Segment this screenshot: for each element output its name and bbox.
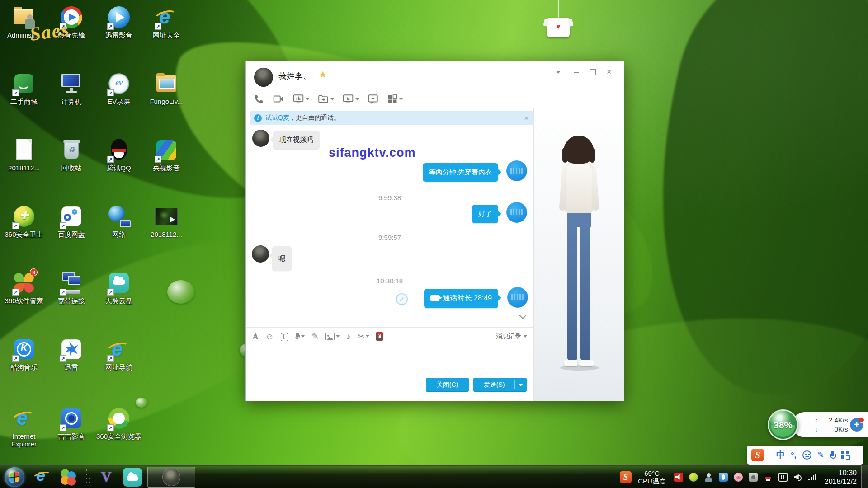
start-button[interactable] xyxy=(5,467,24,487)
font-style-icon[interactable]: A xyxy=(252,332,259,342)
camera-gray-tray-icon[interactable] xyxy=(749,473,758,482)
voice-message-icon[interactable] xyxy=(295,333,305,340)
cpu-temp-indicator[interactable]: 69°C CPU温度 xyxy=(638,469,666,485)
video-call-icon[interactable] xyxy=(273,93,284,105)
user-tray-icon[interactable] xyxy=(704,473,713,482)
self-avatar[interactable] xyxy=(507,287,528,308)
remote-desktop-icon[interactable] xyxy=(342,93,359,105)
handwriting-icon[interactable]: ✎ xyxy=(311,331,319,342)
qmai-link[interactable]: 试试Q麦 xyxy=(265,114,289,122)
desktop-icon-12[interactable]: 360安全卫士 xyxy=(1,204,47,238)
window-titlebar[interactable]: 莪姓李、 ★ xyxy=(246,61,624,89)
desktop-icon-10[interactable]: 腾讯QQ xyxy=(96,137,142,172)
peer-avatar[interactable] xyxy=(254,68,273,87)
desktop-icon-16[interactable]: 8360软件管家 xyxy=(1,270,47,305)
scroll-to-bottom-icon[interactable] xyxy=(519,313,527,319)
voice-call-icon[interactable] xyxy=(253,94,264,105)
network-speed-widget[interactable]: ↑2.4K/s ↓0K/s + xyxy=(792,412,868,437)
delivered-check-icon: ✓ xyxy=(396,293,408,305)
desktop-icon-21[interactable]: e网址导航 xyxy=(96,337,142,371)
desktop-icon-14[interactable]: 网络 xyxy=(96,204,142,238)
desktop-icon-11[interactable]: 央视影音 xyxy=(143,137,189,172)
ime-toolbox-icon[interactable] xyxy=(841,451,849,459)
create-group-icon[interactable] xyxy=(367,93,379,105)
window-options-icon[interactable] xyxy=(552,67,564,77)
message-input[interactable] xyxy=(246,345,533,376)
desktop-icon-15[interactable]: 2018112... xyxy=(143,204,189,238)
red-megaphone-tray-icon[interactable] xyxy=(674,473,683,482)
hanging-shirt-widget[interactable]: ♥ xyxy=(542,0,574,45)
desktop-icon-24[interactable]: 360安全浏览器 xyxy=(96,406,142,440)
star-icon[interactable]: ★ xyxy=(319,70,326,80)
desktop-icon-4[interactable]: 二手商城 xyxy=(1,71,47,105)
maximize-icon[interactable] xyxy=(587,67,599,77)
close-chat-button[interactable]: 关闭(C) xyxy=(426,378,469,392)
emoticon-icon[interactable]: ☺ xyxy=(265,332,274,342)
desktop-icon-17[interactable]: 宽带连接 xyxy=(48,270,94,305)
taskbar-ie-button[interactable]: e xyxy=(30,467,54,488)
desktop-icon-3[interactable]: e网址大全 xyxy=(143,5,189,39)
taskbar-sogou-browser-button[interactable] xyxy=(56,467,80,488)
send-options-icon[interactable] xyxy=(519,384,523,386)
screenshot-scissors-icon[interactable]: ✂ xyxy=(358,331,370,342)
self-avatar[interactable] xyxy=(506,202,527,223)
desktop-icon-5[interactable]: 计算机 xyxy=(48,71,94,105)
blue-app-tray-icon[interactable] xyxy=(719,473,728,482)
desktop-icon-13[interactable]: 百度网盘 xyxy=(48,204,94,238)
folder-media-icon xyxy=(154,71,179,96)
desktop-icon-19[interactable]: 酷狗音乐 xyxy=(1,337,47,371)
desktop-icon-18[interactable]: 天翼云盘 xyxy=(96,270,142,305)
sogou-logo-icon[interactable]: S xyxy=(751,449,764,461)
self-avatar[interactable] xyxy=(506,160,527,181)
screen-share-icon[interactable] xyxy=(292,93,309,105)
desktop-icon-23[interactable]: 吉吉影音 xyxy=(48,406,94,440)
window-shake-icon[interactable] xyxy=(281,333,288,341)
ime-punctuation-icon[interactable]: °, xyxy=(791,450,797,460)
desktop-icon-6[interactable]: evEV录屏 xyxy=(96,71,142,105)
taskbar-vplayer-button[interactable]: V xyxy=(94,467,118,488)
360-shield-tray-icon[interactable] xyxy=(689,473,698,482)
app-box-icon[interactable] xyxy=(387,94,403,104)
qq-show-panel[interactable] xyxy=(533,108,624,401)
desktop-icon-20[interactable]: 迅雷 xyxy=(48,337,94,371)
sogou-tray-icon[interactable]: S xyxy=(620,471,632,483)
ime-chinese-mode[interactable]: 中 xyxy=(776,449,785,461)
message-history-button[interactable]: 消息记录 xyxy=(496,333,527,341)
banner-close-icon[interactable]: ✕ xyxy=(524,115,529,122)
desktop-icon-2[interactable]: 迅雷影音 xyxy=(96,5,142,39)
send-file-icon[interactable] xyxy=(317,93,334,105)
show-desktop-button[interactable] xyxy=(861,466,868,488)
close-icon[interactable] xyxy=(603,67,615,77)
accelerate-plus-button[interactable]: + xyxy=(850,418,863,432)
desktop-icon-22[interactable]: eInternet Explorer xyxy=(1,406,47,448)
send-image-icon[interactable] xyxy=(326,333,340,340)
signal-bars-tray-icon[interactable] xyxy=(808,473,817,482)
desktop-icon-9[interactable]: 回收站 xyxy=(48,137,94,172)
desktop-icon-7[interactable]: FungoLiv... xyxy=(143,71,189,105)
timestamp: 9:59:38 xyxy=(246,194,533,202)
speaker-tray-icon[interactable] xyxy=(793,473,802,482)
shortcut-arrow-icon xyxy=(107,424,114,431)
send-button[interactable]: 发送(S) xyxy=(473,378,527,392)
ime-voice-icon[interactable] xyxy=(830,451,835,460)
qq-penguin-tray-icon[interactable] xyxy=(764,473,773,482)
kugou-icon xyxy=(11,337,37,362)
music-share-icon[interactable]: ♪ xyxy=(346,332,351,342)
memory-percent: 38% xyxy=(769,420,797,431)
desktop-icon-label: 腾讯QQ xyxy=(96,164,142,172)
power-plug-tray-icon[interactable] xyxy=(778,473,788,482)
taskbar-cloud-button[interactable] xyxy=(120,467,145,488)
minimize-icon[interactable] xyxy=(571,67,582,77)
peer-avatar[interactable] xyxy=(252,130,269,147)
peer-avatar[interactable] xyxy=(252,245,269,263)
ime-handwrite-icon[interactable]: ✎ xyxy=(817,450,824,460)
taskbar-active-chat-button[interactable] xyxy=(147,467,195,488)
ime-emoji-icon[interactable] xyxy=(802,450,811,460)
red-packet-icon[interactable] xyxy=(376,332,383,341)
desktop-icon-8[interactable]: 2018112... xyxy=(1,137,47,172)
upload-arrow-icon: ↑ xyxy=(815,416,818,424)
taskbar-clock[interactable]: 10:30 2018/12/2 xyxy=(825,469,857,486)
memory-ball-widget[interactable]: 38% xyxy=(768,409,798,440)
qq-icon xyxy=(106,137,132,163)
pig-tray-icon[interactable] xyxy=(734,473,743,482)
